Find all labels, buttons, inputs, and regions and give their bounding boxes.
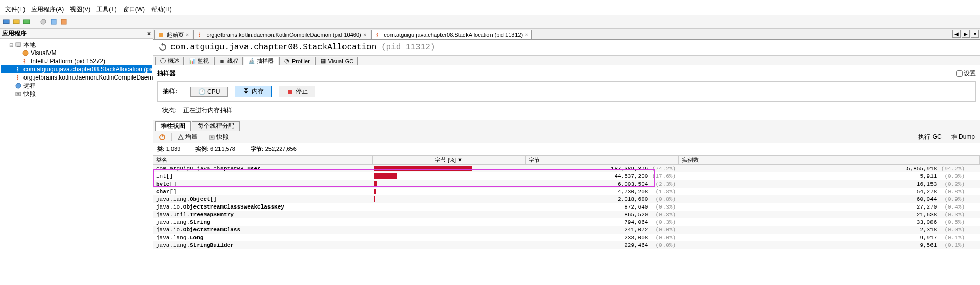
tree-local[interactable]: ⊟ 本地	[1, 41, 152, 49]
table-row[interactable]: java.lang.String794,064 (0.3%)33,086 (0.…	[153, 218, 980, 226]
sample-controls: 抽样: 🕐CPU 🗄内存 停止	[157, 81, 976, 102]
table-row[interactable]: java.io.ObjectStreamClass241,072 (0.0%)2…	[153, 226, 980, 234]
cell-instances: 54,278 (0.8%)	[679, 189, 980, 195]
cell-bar	[373, 219, 526, 225]
svg-rect-12	[159, 33, 163, 37]
refresh-action[interactable]	[156, 132, 168, 142]
sampler-title: 抽样器	[157, 69, 176, 78]
java-icon	[15, 65, 22, 73]
page-title-row: com.atguigu.java.chapter08.StackAllocati…	[153, 40, 980, 55]
subtab-perthread[interactable]: 每个线程分配	[192, 121, 240, 131]
menu-file[interactable]: 文件(F)	[2, 4, 28, 15]
th-bytes[interactable]: 字节	[526, 156, 679, 164]
memory-icon: 🗄	[242, 88, 250, 95]
table-row[interactable]: java.lang.Object[]2,018,680 (0.8%)60,044…	[153, 195, 980, 203]
svg-point-9	[16, 83, 21, 88]
tab-prev[interactable]: ◀	[952, 30, 961, 38]
sidebar: 应用程序 × ⊟ 本地 VisualVM IntelliJ Platform (…	[0, 29, 153, 285]
sidebar-title: 应用程序	[2, 29, 27, 38]
toolbar-icon-5[interactable]	[50, 18, 58, 26]
table-row[interactable]: java.io.ObjectStreamClass$WeakClassKey87…	[153, 203, 980, 211]
menu-window[interactable]: 窗口(W)	[120, 4, 148, 15]
table-row[interactable]: byte[]6,003,504 (2.3%)16,153 (0.2%)	[153, 180, 980, 188]
tab-threads[interactable]: ≡线程	[214, 57, 243, 65]
th-class[interactable]: 类名	[153, 156, 373, 164]
tree-visualvm[interactable]: VisualVM	[1, 49, 152, 57]
svg-rect-4	[51, 19, 56, 24]
table-row[interactable]: com.atguigu.java.chapter08.User187,389,3…	[153, 165, 980, 172]
tab-next[interactable]: ▶	[962, 30, 970, 38]
tab-sampler[interactable]: 🔬抽样器	[244, 57, 278, 65]
stat-classes: 类: 1,039	[157, 145, 180, 153]
svg-rect-5	[61, 19, 66, 24]
th-instances[interactable]: 实例数	[679, 156, 980, 164]
svg-point-16	[211, 136, 213, 138]
app-tree: ⊟ 本地 VisualVM IntelliJ Platform (pid 152…	[0, 39, 153, 100]
menu-view[interactable]: 视图(V)	[67, 4, 93, 15]
svg-rect-1	[13, 20, 19, 24]
table-row[interactable]: int[]44,537,200 (17.6%)5,911 (0.0%)	[153, 172, 980, 180]
cell-instances: 60,044 (0.9%)	[679, 196, 980, 202]
th-pct[interactable]: 字节 [%] ▼	[373, 156, 526, 164]
computer-icon	[14, 41, 22, 49]
sidebar-close[interactable]: ×	[147, 30, 151, 37]
stop-icon	[286, 88, 293, 95]
svg-point-11	[17, 93, 19, 95]
menu-help[interactable]: 帮助(H)	[148, 4, 175, 15]
toolbar-icon-1[interactable]	[2, 18, 10, 26]
action-bar: 增量 快照 执行 GC 堆 Dump	[153, 131, 980, 143]
table-row[interactable]: java.lang.StringBuilder229,464 (0.0%)9,5…	[153, 241, 980, 249]
menu-bar: 文件(F) 应用程序(A) 视图(V) 工具(T) 窗口(W) 帮助(H)	[0, 4, 980, 15]
refresh-icon[interactable]	[158, 43, 167, 52]
tree-intellij[interactable]: IntelliJ Platform (pid 15272)	[1, 57, 152, 65]
menu-app[interactable]: 应用程序(A)	[28, 4, 67, 15]
tab-profiler[interactable]: ◔Profiler	[279, 57, 314, 65]
table-row[interactable]: java.lang.Long238,008 (0.0%)9,917 (0.1%)	[153, 234, 980, 241]
toolbar-icon-2[interactable]	[12, 18, 20, 26]
dump-action[interactable]: 堆 Dump	[949, 132, 977, 142]
tab-stackalloc[interactable]: com.atguigu.java.chapter08.StackAllocati…	[371, 30, 532, 39]
cell-class: byte[]	[153, 181, 373, 187]
menu-tools[interactable]: 工具(T)	[93, 4, 119, 15]
toolbar-icon-3[interactable]	[22, 18, 31, 26]
snapshot-action[interactable]: 快照	[206, 132, 231, 142]
table-row[interactable]: java.util.TreeMap$Entry865,520 (0.3%)21,…	[153, 211, 980, 218]
toolbar-icon-4[interactable]	[39, 18, 47, 26]
close-icon[interactable]: ×	[525, 32, 528, 38]
memory-button[interactable]: 🗄内存	[235, 86, 272, 97]
tab-kotlin[interactable]: org.jetbrains.kotlin.daemon.KotlinCompil…	[193, 30, 370, 39]
close-icon[interactable]: ×	[186, 32, 189, 38]
tree-stackalloc[interactable]: com.atguigu.java.chapter08.StackAllocati…	[1, 65, 152, 73]
expander-icon[interactable]: ⊟	[8, 42, 14, 48]
close-icon[interactable]: ×	[363, 32, 366, 38]
cell-bar	[373, 212, 526, 217]
profiler-icon: ◔	[284, 58, 290, 64]
tree-remote[interactable]: 远程	[1, 82, 152, 90]
home-icon	[158, 31, 165, 38]
subtab-histogram[interactable]: 堆柱状图	[155, 121, 191, 131]
cell-bytes: 229,464 (0.0%)	[526, 242, 679, 248]
settings-checkbox[interactable]	[956, 70, 963, 77]
tree-kotlin[interactable]: org.jetbrains.kotlin.daemon.KotlinCompil…	[1, 73, 152, 82]
delta-action[interactable]: 增量	[175, 132, 200, 142]
tab-visualgc[interactable]: ▦Visual GC	[315, 57, 358, 65]
cell-bar	[373, 166, 526, 171]
tab-list[interactable]: ▾	[971, 30, 979, 38]
cell-bytes: 238,008 (0.0%)	[526, 235, 679, 241]
tab-monitor[interactable]: 📊监视	[185, 57, 213, 65]
overview-icon: ⓘ	[160, 58, 166, 64]
tab-startpage[interactable]: 起始页 ×	[154, 30, 192, 39]
table-row[interactable]: char[]4,730,208 (1.8%)54,278 (0.8%)	[153, 188, 980, 195]
separator	[172, 133, 172, 141]
sampler-icon: 🔬	[249, 58, 255, 64]
settings-toggle[interactable]: 设置	[956, 69, 976, 78]
tab-overview[interactable]: ⓘ概述	[155, 57, 184, 65]
cell-bytes: 241,072 (0.0%)	[526, 227, 679, 233]
cell-bytes: 794,064 (0.3%)	[526, 219, 679, 225]
tree-snapshot[interactable]: 快照	[1, 90, 152, 98]
toolbar-icon-6[interactable]	[60, 18, 68, 26]
stop-button[interactable]: 停止	[279, 86, 315, 97]
gc-action[interactable]: 执行 GC	[916, 132, 943, 142]
cpu-button[interactable]: 🕐CPU	[190, 87, 228, 97]
status-row: 状态: 正在进行内存抽样	[157, 103, 976, 118]
